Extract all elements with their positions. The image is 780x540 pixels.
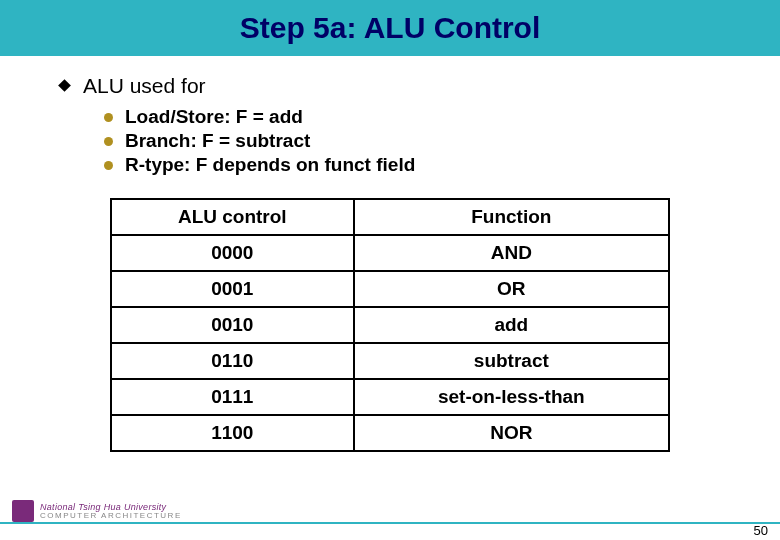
logo-mark-icon — [12, 500, 34, 522]
table-cell: set-on-less-than — [354, 379, 669, 415]
heading-text: ALU used for — [83, 74, 206, 98]
table-row: 0111 set-on-less-than — [111, 379, 669, 415]
table-cell: 0000 — [111, 235, 354, 271]
dot-bullet-icon — [104, 137, 113, 146]
table-row: 1100 NOR — [111, 415, 669, 451]
list-item: Branch: F = subtract — [104, 130, 720, 152]
slide-title: Step 5a: ALU Control — [240, 11, 541, 45]
dot-bullet-icon — [104, 161, 113, 170]
department-name: COMPUTER ARCHITECTURE — [40, 512, 182, 520]
list-item: R-type: F depends on funct field — [104, 154, 720, 176]
table-row: 0000 AND — [111, 235, 669, 271]
table-cell: 1100 — [111, 415, 354, 451]
diamond-bullet-icon — [58, 79, 71, 92]
table-cell: 0111 — [111, 379, 354, 415]
table-cell: 0001 — [111, 271, 354, 307]
dot-bullet-icon — [104, 113, 113, 122]
alu-control-table: ALU control Function 0000 AND 0001 OR 00… — [110, 198, 670, 452]
table-cell: subtract — [354, 343, 669, 379]
footer: National Tsing Hua University COMPUTER A… — [0, 494, 780, 540]
table-cell: add — [354, 307, 669, 343]
bullet-text: R-type: F depends on funct field — [125, 154, 415, 176]
table-header: Function — [354, 199, 669, 235]
table-header-row: ALU control Function — [111, 199, 669, 235]
logo-text: National Tsing Hua University COMPUTER A… — [40, 503, 182, 520]
title-bar: Step 5a: ALU Control — [0, 0, 780, 56]
table-cell: NOR — [354, 415, 669, 451]
university-logo: National Tsing Hua University COMPUTER A… — [12, 500, 182, 522]
footer-divider — [0, 522, 780, 524]
table-row: 0001 OR — [111, 271, 669, 307]
table-row: 0010 add — [111, 307, 669, 343]
table-cell: OR — [354, 271, 669, 307]
list-level1: ALU used for — [60, 74, 720, 98]
sub-list: Load/Store: F = add Branch: F = subtract… — [104, 106, 720, 176]
table-row: 0110 subtract — [111, 343, 669, 379]
table-cell: 0110 — [111, 343, 354, 379]
bullet-text: Branch: F = subtract — [125, 130, 310, 152]
bullet-text: Load/Store: F = add — [125, 106, 303, 128]
table-cell: 0010 — [111, 307, 354, 343]
list-item: Load/Store: F = add — [104, 106, 720, 128]
page-number: 50 — [754, 523, 768, 538]
table-header: ALU control — [111, 199, 354, 235]
table-cell: AND — [354, 235, 669, 271]
content-area: ALU used for Load/Store: F = add Branch:… — [0, 56, 780, 452]
